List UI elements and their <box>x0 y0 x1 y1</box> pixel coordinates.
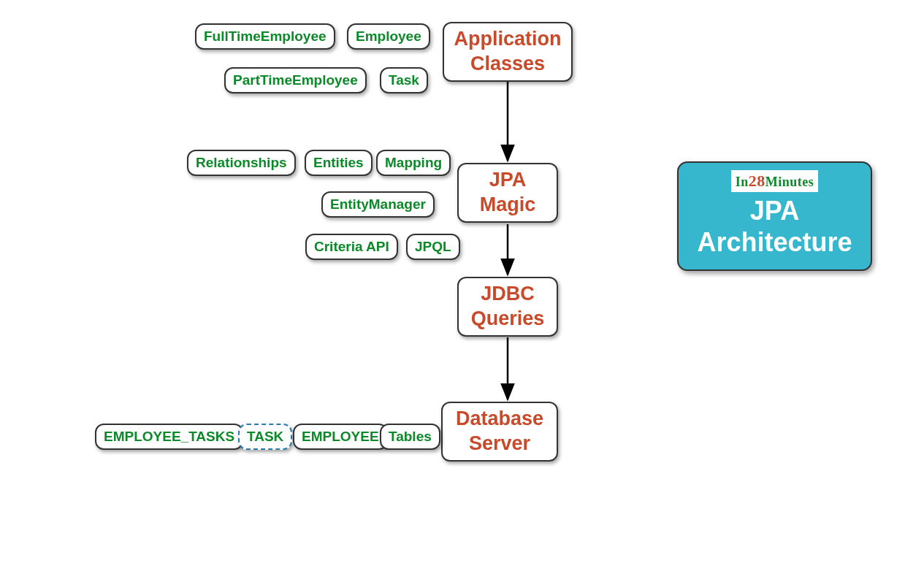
label-criteria-api: Criteria API <box>314 238 389 256</box>
node-database-server[interactable]: Database Server <box>441 402 558 462</box>
label-jpa-magic: JPA Magic <box>480 168 536 218</box>
node-entity-manager[interactable]: EntityManager <box>321 191 435 218</box>
label-jpql: JPQL <box>415 238 451 256</box>
node-mapping[interactable]: Mapping <box>376 150 451 176</box>
node-task-class[interactable]: Task <box>380 67 428 93</box>
label-tables: Tables <box>389 428 432 445</box>
diagram-canvas: Application Classes JPA Magic JDBC Queri… <box>0 0 924 574</box>
title-card: In28Minutes JPA Architecture <box>677 161 872 271</box>
label-task-class: Task <box>389 72 419 89</box>
node-application-classes[interactable]: Application Classes <box>443 22 573 82</box>
node-jpql[interactable]: JPQL <box>406 234 460 260</box>
node-parttime-employee[interactable]: PartTimeEmployee <box>224 67 367 93</box>
label-task-table: TASK <box>247 428 283 445</box>
brand-in: In <box>736 175 749 189</box>
brand-num: 28 <box>749 172 765 190</box>
node-jdbc-queries[interactable]: JDBC Queries <box>457 277 558 337</box>
node-employee-tasks[interactable]: EMPLOYEE_TASKS <box>95 424 243 450</box>
node-tables[interactable]: Tables <box>380 424 440 450</box>
label-entity-manager: EntityManager <box>330 196 426 213</box>
label-database-server: Database Server <box>456 407 543 456</box>
label-mapping: Mapping <box>385 154 442 172</box>
label-application-classes: Application Classes <box>454 27 562 77</box>
node-task-table[interactable]: TASK <box>238 424 292 450</box>
label-relationships: Relationships <box>196 154 287 172</box>
node-jpa-magic[interactable]: JPA Magic <box>457 163 558 223</box>
label-employee: Employee <box>356 28 421 45</box>
label-employee-table: EMPLOYEE <box>302 428 379 445</box>
label-jdbc-queries: JDBC Queries <box>471 282 545 332</box>
node-entities[interactable]: Entities <box>305 150 373 176</box>
node-employee[interactable]: Employee <box>347 23 430 50</box>
node-employee-table[interactable]: EMPLOYEE <box>293 424 388 450</box>
label-entities: Entities <box>313 154 364 172</box>
label-parttime-employee: PartTimeEmployee <box>233 72 358 89</box>
brand-minutes: Minutes <box>765 175 814 189</box>
node-fulltime-employee[interactable]: FullTimeEmployee <box>195 23 335 50</box>
label-fulltime-employee: FullTimeEmployee <box>204 28 327 45</box>
label-employee-tasks: EMPLOYEE_TASKS <box>104 428 234 445</box>
node-relationships[interactable]: Relationships <box>187 150 296 176</box>
title-text: JPA Architecture <box>693 195 856 258</box>
node-criteria-api[interactable]: Criteria API <box>305 234 398 260</box>
brand-badge: In28Minutes <box>731 170 819 192</box>
